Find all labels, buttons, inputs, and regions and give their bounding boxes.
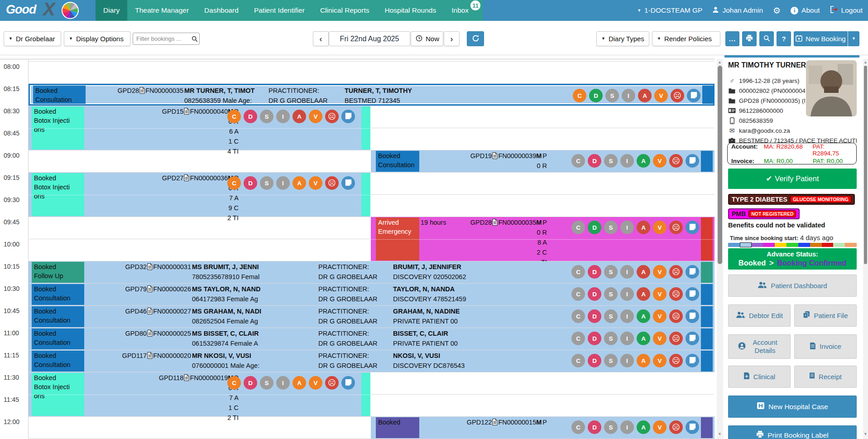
status-s-icon[interactable]: S — [605, 89, 619, 102]
date-display[interactable]: Fri 22nd Aug 2025 — [329, 31, 410, 46]
more-button[interactable]: ... — [725, 31, 739, 46]
status-v-icon[interactable]: V — [309, 110, 322, 123]
status-i-icon[interactable]: I — [620, 154, 634, 168]
status-a-icon[interactable]: A — [638, 89, 652, 102]
status-c-icon[interactable]: C — [571, 221, 585, 234]
booking-1100-gpd80[interactable]: BookedConsultationGPD80FN00000025MS BISS… — [29, 328, 715, 350]
status-i-icon[interactable]: I — [620, 309, 634, 323]
note-icon[interactable] — [686, 265, 699, 279]
status-d-icon[interactable]: D — [588, 265, 601, 279]
status-d-icon[interactable]: D — [589, 89, 603, 102]
status-strip-segment[interactable] — [752, 243, 763, 247]
booking-0945-gpd28[interactable]: ArrivedEmergency19 hoursGPD28FN00000035M… — [371, 217, 715, 261]
nav-item-patient-identifier[interactable]: Patient Identifier — [246, 0, 312, 21]
status-c-icon[interactable]: C — [571, 332, 585, 345]
status-s-icon[interactable]: S — [604, 354, 618, 367]
print-button[interactable] — [742, 31, 757, 46]
status-strip-segment[interactable] — [786, 243, 798, 247]
status-c-icon[interactable]: C — [227, 110, 241, 123]
status-i-icon[interactable]: I — [620, 221, 634, 234]
booking-1030-gpd79[interactable]: BookedConsultationGPD79FN00000026MS TAYL… — [29, 284, 715, 305]
status-a-icon[interactable]: A — [637, 354, 650, 367]
note-icon[interactable] — [341, 176, 355, 190]
note-icon[interactable] — [686, 309, 699, 323]
goodx-logo[interactable]: Good — [6, 3, 36, 17]
help-button[interactable]: ? — [777, 31, 791, 46]
booking-0830-gpd15[interactable]: BookedBotox InjectionsGPD15FN00000040MP0… — [29, 106, 370, 150]
status-c-icon[interactable]: C — [571, 420, 585, 434]
status-i-icon[interactable]: I — [620, 332, 634, 345]
no-show-icon[interactable]: ☹ — [669, 309, 683, 323]
status-c-icon[interactable]: C — [227, 376, 241, 390]
note-icon[interactable] — [341, 110, 355, 123]
status-a-icon[interactable]: A — [637, 332, 650, 345]
status-i-icon[interactable]: I — [622, 89, 635, 102]
no-show-icon[interactable]: ☹ — [671, 89, 684, 102]
status-v-icon[interactable]: V — [653, 221, 667, 234]
status-strip-segment[interactable] — [775, 243, 786, 247]
refresh-button[interactable] — [467, 31, 484, 46]
now-button[interactable]: Now — [411, 31, 443, 46]
status-s-icon[interactable]: S — [260, 376, 273, 390]
status-d-icon[interactable]: D — [588, 332, 601, 345]
note-icon[interactable] — [686, 332, 699, 345]
status-a-icon[interactable]: A — [293, 376, 306, 390]
status-i-icon[interactable]: I — [276, 176, 290, 190]
no-show-icon[interactable]: ☹ — [669, 287, 683, 301]
status-strip-segment[interactable] — [728, 243, 740, 247]
status-d-icon[interactable]: D — [588, 354, 601, 367]
new-hospital-case-button[interactable]: New Hospital Case — [728, 396, 857, 418]
no-show-icon[interactable]: ☹ — [669, 332, 683, 345]
status-i-icon[interactable]: I — [620, 287, 634, 301]
booking-1200-gpd122[interactable]: BookedGPD122FN00000015MPCDSIAV☹ — [371, 417, 715, 439]
status-c-icon[interactable]: C — [227, 176, 241, 190]
note-icon[interactable] — [686, 354, 699, 367]
advance-status-box[interactable]: Advance Status: Booked > Booking Confirm… — [728, 248, 857, 270]
status-v-icon[interactable]: V — [653, 265, 667, 279]
no-show-icon[interactable]: ☹ — [325, 110, 339, 123]
status-strip-segment[interactable] — [822, 243, 834, 247]
status-a-icon[interactable]: A — [637, 309, 650, 323]
booking-1115-gpd117[interactable]: BookedConsultationGPD117FN00000020MR NKO… — [29, 350, 715, 372]
status-color-strip[interactable] — [728, 243, 857, 247]
no-show-icon[interactable]: ☹ — [325, 376, 339, 390]
receipt-button[interactable]: Receipt — [794, 366, 857, 388]
status-c-icon[interactable]: C — [571, 265, 585, 279]
status-a-icon[interactable]: A — [637, 287, 650, 301]
status-strip-segment[interactable] — [810, 243, 822, 247]
diary-types-dropdown[interactable]: ▼Diary Types — [596, 31, 649, 46]
status-strip-segment[interactable] — [740, 242, 752, 247]
status-v-icon[interactable]: V — [653, 309, 667, 323]
nav-item-theatre-manager[interactable]: Theatre Manager — [127, 0, 197, 21]
status-v-icon[interactable]: V — [653, 420, 667, 434]
status-c-icon[interactable]: C — [573, 89, 586, 102]
display-options-dropdown[interactable]: ▼Display Options — [64, 31, 130, 46]
invoice-button[interactable]: Invoice — [794, 334, 857, 359]
account-details-button[interactable]: Account Details — [728, 334, 791, 359]
calendar-scrollbar-thumb[interactable] — [718, 66, 722, 264]
status-c-icon[interactable]: C — [571, 154, 585, 168]
status-a-icon[interactable]: A — [293, 110, 306, 123]
status-v-icon[interactable]: V — [309, 176, 322, 190]
practice-selector[interactable]: ▼1-DOCSTEAM GP — [637, 6, 702, 14]
status-strip-segment[interactable] — [763, 243, 775, 247]
status-a-icon[interactable]: A — [637, 420, 650, 434]
status-d-icon[interactable]: D — [588, 154, 601, 168]
status-d-icon[interactable]: D — [588, 420, 601, 434]
filter-bookings-input[interactable] — [133, 35, 190, 42]
status-s-icon[interactable]: S — [604, 265, 618, 279]
verify-patient-button[interactable]: ✔Verify Patient — [728, 169, 857, 189]
status-s-icon[interactable]: S — [604, 154, 618, 168]
booking-1015-gpd32[interactable]: BookedFollow UpGPD32FN00000031MS BRUMIT,… — [29, 261, 715, 283]
status-strip-segment[interactable] — [798, 243, 810, 247]
status-d-icon[interactable]: D — [588, 309, 601, 323]
no-show-icon[interactable]: ☹ — [669, 265, 683, 279]
nav-item-diary[interactable]: Diary — [96, 0, 127, 21]
search-button[interactable] — [759, 31, 774, 46]
no-show-icon[interactable]: ☹ — [669, 354, 683, 367]
sidebar-scrollbar-thumb[interactable] — [864, 66, 867, 264]
scroll-up-icon[interactable]: ▲ — [718, 60, 722, 64]
note-icon[interactable] — [686, 221, 699, 234]
status-d-icon[interactable]: D — [244, 376, 257, 390]
status-i-icon[interactable]: I — [620, 265, 634, 279]
